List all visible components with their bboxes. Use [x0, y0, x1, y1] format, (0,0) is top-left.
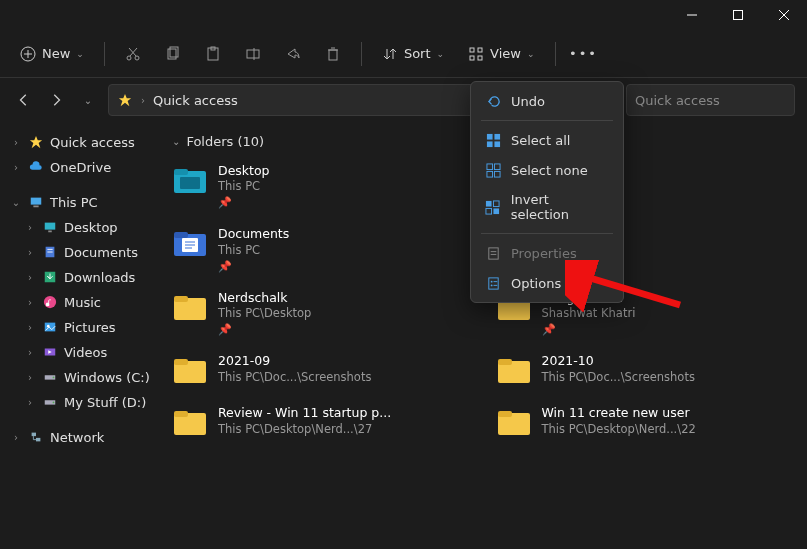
svg-point-44 — [53, 402, 55, 404]
pics-icon — [42, 319, 58, 335]
svg-rect-45 — [32, 433, 36, 437]
svg-rect-15 — [247, 50, 259, 58]
paste-button[interactable] — [197, 40, 229, 68]
view-button[interactable]: View ⌄ — [460, 40, 542, 68]
folder-item[interactable]: Win 11 create new user This PC\Desktop\N… — [492, 401, 800, 445]
svg-rect-69 — [174, 359, 188, 365]
expand-chevron-icon[interactable]: › — [24, 347, 36, 358]
sidebar-item-my-stuff-d-[interactable]: › My Stuff (D:) — [4, 390, 156, 414]
svg-line-9 — [130, 48, 137, 56]
folder-icon — [496, 353, 532, 389]
expand-chevron-icon[interactable]: › — [24, 272, 36, 283]
svg-point-92 — [490, 280, 492, 282]
sidebar-item-label: Downloads — [64, 270, 135, 285]
svg-rect-50 — [174, 169, 188, 175]
expand-chevron-icon[interactable]: › — [24, 322, 36, 333]
more-button[interactable]: ••• — [568, 40, 600, 68]
rename-button[interactable] — [237, 40, 269, 68]
sidebar-item-this-pc[interactable]: ⌄ This PC — [4, 190, 156, 214]
svg-rect-85 — [494, 200, 500, 206]
svg-marker-27 — [30, 136, 42, 148]
folder-name: Win 11 create new user — [542, 405, 696, 421]
section-title: Folders (10) — [186, 134, 264, 149]
nav-bar: ⌄ › Quick access Quick access — [0, 78, 807, 122]
sidebar-item-pictures[interactable]: › Pictures — [4, 315, 156, 339]
svg-rect-78 — [486, 141, 492, 147]
svg-rect-28 — [31, 198, 42, 205]
sidebar-item-music[interactable]: › Music — [4, 290, 156, 314]
svg-rect-29 — [33, 206, 38, 208]
cut-button[interactable] — [117, 40, 149, 68]
context-menu-label: Properties — [511, 246, 577, 261]
minimize-button[interactable] — [669, 0, 715, 30]
sidebar-item-documents[interactable]: › Documents — [4, 240, 156, 264]
share-button[interactable] — [277, 40, 309, 68]
docs-folder-icon — [172, 226, 208, 262]
svg-rect-84 — [486, 200, 492, 206]
svg-rect-83 — [494, 171, 500, 177]
sidebar-item-videos[interactable]: › Videos — [4, 340, 156, 364]
toolbar-divider — [555, 42, 556, 66]
sidebar-item-downloads[interactable]: › Downloads — [4, 265, 156, 289]
context-menu-label: Options — [511, 276, 561, 291]
music-icon — [42, 294, 58, 310]
folder-item[interactable]: Review - Win 11 startup p... This PC\Des… — [168, 401, 476, 445]
maximize-button[interactable] — [715, 0, 761, 30]
folder-item[interactable]: Desktop This PC 📌 — [168, 159, 476, 214]
svg-point-93 — [490, 284, 492, 286]
new-label: New — [42, 46, 70, 61]
folder-item[interactable]: 2021-10 This PC\Doc...\Screenshots — [492, 349, 800, 393]
expand-chevron-icon[interactable]: › — [10, 137, 22, 148]
expand-chevron-icon[interactable]: › — [10, 432, 22, 443]
sidebar-item-windows-c-[interactable]: › Windows (C:) — [4, 365, 156, 389]
folder-path: This PC — [218, 179, 270, 194]
more-icon: ••• — [576, 46, 592, 62]
sidebar-item-label: Pictures — [64, 320, 115, 335]
sidebar-item-label: Windows (C:) — [64, 370, 150, 385]
back-button[interactable] — [12, 88, 36, 112]
expand-chevron-icon[interactable]: › — [24, 247, 36, 258]
expand-chevron-icon[interactable]: › — [24, 222, 36, 233]
context-menu-separator — [481, 120, 613, 121]
sidebar-item-quick-access[interactable]: › Quick access — [4, 130, 156, 154]
copy-button[interactable] — [157, 40, 189, 68]
svg-rect-51 — [180, 177, 200, 189]
new-button[interactable]: New ⌄ — [12, 40, 92, 68]
svg-rect-91 — [488, 277, 497, 288]
folder-item[interactable]: 2021-09 This PC\Doc...\Screenshots — [168, 349, 476, 393]
context-menu-invert-selection[interactable]: Invert selection — [475, 185, 619, 229]
sidebar-item-desktop[interactable]: › Desktop — [4, 215, 156, 239]
expand-chevron-icon[interactable]: › — [24, 297, 36, 308]
forward-button[interactable] — [44, 88, 68, 112]
breadcrumb-location: Quick access — [153, 93, 238, 108]
svg-rect-25 — [478, 56, 482, 60]
expand-chevron-icon[interactable]: › — [10, 162, 22, 173]
expand-chevron-icon[interactable]: › — [24, 397, 36, 408]
sidebar-item-network[interactable]: › Network — [4, 425, 156, 449]
folder-item[interactable]: Documents This PC 📌 — [168, 222, 476, 277]
expand-chevron-icon[interactable]: ⌄ — [10, 197, 22, 208]
close-button[interactable] — [761, 0, 807, 30]
star-icon — [28, 134, 44, 150]
recent-dropdown[interactable]: ⌄ — [76, 88, 100, 112]
folder-icon — [172, 353, 208, 389]
select-all-icon — [485, 132, 501, 148]
share-icon — [285, 46, 301, 62]
main-area: › Quick access › OneDrive ⌄ This PC › De… — [0, 122, 807, 549]
sort-button[interactable]: Sort ⌄ — [374, 40, 452, 68]
context-menu-undo[interactable]: Undo — [475, 86, 619, 116]
pin-icon: 📌 — [218, 260, 289, 274]
delete-button[interactable] — [317, 40, 349, 68]
search-input[interactable]: Quick access — [626, 84, 795, 116]
context-menu-select-none[interactable]: Select none — [475, 155, 619, 185]
toolbar: New ⌄ Sort ⌄ View ⌄ ••• — [0, 30, 807, 78]
context-menu-select-all[interactable]: Select all — [475, 125, 619, 155]
sidebar-item-onedrive[interactable]: › OneDrive — [4, 155, 156, 179]
svg-rect-1 — [734, 11, 743, 20]
folder-item[interactable]: Nerdschalk This PC\Desktop 📌 — [168, 286, 476, 341]
expand-chevron-icon[interactable]: › — [24, 372, 36, 383]
chevron-down-icon: ⌄ — [76, 49, 84, 59]
folder-icon — [172, 405, 208, 441]
options-icon — [485, 275, 501, 291]
svg-rect-81 — [494, 163, 500, 169]
